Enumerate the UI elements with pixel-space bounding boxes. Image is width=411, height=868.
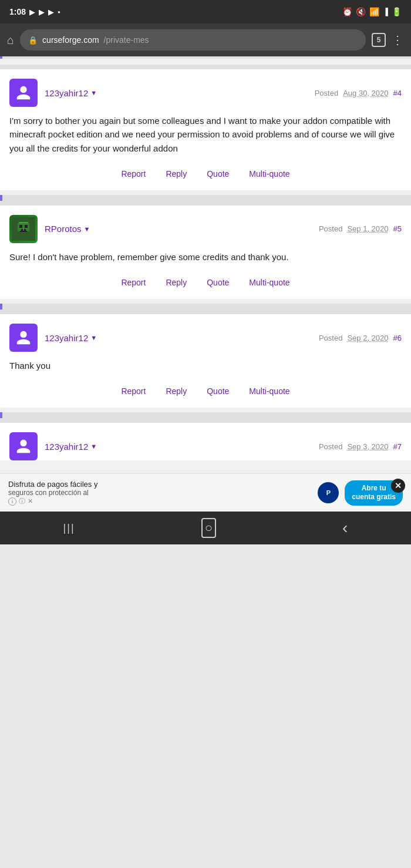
report-button-5[interactable]: Report xyxy=(120,275,147,290)
tab-count-badge[interactable]: 5 xyxy=(372,33,386,47)
spacer-3 xyxy=(0,418,411,423)
section-sep-3 xyxy=(0,412,411,418)
post-num-5: #5 xyxy=(393,224,402,233)
svg-rect-4 xyxy=(25,225,28,228)
youtube-icon-3: ▶ xyxy=(48,8,54,16)
browser-menu-icon[interactable]: ⋮ xyxy=(392,33,404,47)
multiquote-button-4[interactable]: Multi-quote xyxy=(248,167,291,181)
post-body-4: I'm sorry to bother you again but some c… xyxy=(9,114,402,155)
ad-cta-line2: cuenta gratis xyxy=(352,493,396,502)
report-button-6[interactable]: Report xyxy=(120,384,147,398)
post-card-6: 123yahir12 ▼ Posted Sep 2, 2020 #6 Thank… xyxy=(0,314,411,408)
lock-icon: 🔒 xyxy=(28,36,38,45)
username-5[interactable]: RPorotos ▼ xyxy=(45,224,90,234)
nav-bar: ||| ○ ‹ xyxy=(0,512,411,544)
ad-title: Disfruta de pagos fáciles y xyxy=(8,480,312,489)
username-6[interactable]: 123yahir12 ▼ xyxy=(45,333,97,343)
post-num-6: #6 xyxy=(393,334,402,342)
post-num-4: #4 xyxy=(393,89,402,97)
post-meta-7: Posted Sep 3, 2020 #7 xyxy=(319,442,402,451)
reply-button-4[interactable]: Reply xyxy=(164,167,188,181)
spacer-2 xyxy=(0,309,411,314)
posted-label-6: Posted xyxy=(319,334,342,342)
post-header-left-5: RPorotos ▼ xyxy=(9,215,90,243)
post-header-left-7: 123yahir12 ▼ xyxy=(9,432,97,460)
posted-label-7: Posted xyxy=(319,442,342,451)
quote-button-6[interactable]: Quote xyxy=(206,384,230,398)
svg-rect-3 xyxy=(19,225,22,228)
alarm-icon: ⏰ xyxy=(342,7,352,16)
post-header-left-6: 123yahir12 ▼ xyxy=(9,324,97,352)
dot-indicator: ● xyxy=(58,9,60,15)
post-date-4: Aug 30, 2020 xyxy=(343,89,388,97)
battery-icon: 🔋 xyxy=(392,7,402,16)
reply-button-5[interactable]: Reply xyxy=(164,275,188,290)
post-header-7: 123yahir12 ▼ Posted Sep 3, 2020 #7 xyxy=(9,432,402,460)
username-4[interactable]: 123yahir12 ▼ xyxy=(45,88,97,98)
post-header-5: RPorotos ▼ Posted Sep 1, 2020 #5 xyxy=(9,215,402,243)
ad-info: i ⓘ ✕ xyxy=(8,497,312,506)
dropdown-arrow-4: ▼ xyxy=(90,89,97,96)
multiquote-button-6[interactable]: Multi-quote xyxy=(248,384,291,398)
report-button-4[interactable]: Report xyxy=(120,167,147,181)
avatar-4 xyxy=(9,79,38,107)
mute-icon: 🔇 xyxy=(356,7,366,16)
post-actions-5: Report Reply Quote Multi-quote xyxy=(9,275,402,290)
posted-label-4: Posted xyxy=(315,89,338,97)
post-meta-5: Posted Sep 1, 2020 #5 xyxy=(319,224,402,233)
ad-text-block: Disfruta de pagos fáciles y seguros con … xyxy=(8,480,312,506)
user-icon-7 xyxy=(15,438,32,455)
quote-button-4[interactable]: Quote xyxy=(206,167,230,181)
youtube-icon-2: ▶ xyxy=(39,8,45,16)
post-actions-6: Report Reply Quote Multi-quote xyxy=(9,384,402,398)
url-path: /private-mes xyxy=(104,35,149,45)
ad-close-button[interactable]: ✕ xyxy=(391,479,405,493)
post-date-7: Sep 3, 2020 xyxy=(347,442,388,451)
status-time: 1:08 xyxy=(9,7,26,16)
nav-back-icon[interactable]: ‹ xyxy=(342,519,348,537)
status-right: ⏰ 🔇 📶 ▐ 🔋 xyxy=(342,7,402,16)
paypal-logo: P xyxy=(318,482,339,503)
status-bar: 1:08 ▶ ▶ ▶ ● ⏰ 🔇 📶 ▐ 🔋 xyxy=(0,0,411,23)
post-card-4: 123yahir12 ▼ Posted Aug 30, 2020 #4 I'm … xyxy=(0,69,411,190)
post-actions-4: Report Reply Quote Multi-quote xyxy=(9,167,402,181)
svg-rect-7 xyxy=(20,231,27,232)
home-icon[interactable]: ⌂ xyxy=(7,33,14,47)
browser-bar: ⌂ 🔒 curseforge.com /private-mes 5 ⋮ xyxy=(0,23,411,56)
dropdown-arrow-6: ▼ xyxy=(90,334,97,341)
url-domain: curseforge.com xyxy=(42,35,99,45)
post-card-5: RPorotos ▼ Posted Sep 1, 2020 #5 Sure! I… xyxy=(0,206,411,299)
post-body-6: Thank you xyxy=(9,359,402,372)
post-header-4: 123yahir12 ▼ Posted Aug 30, 2020 #4 xyxy=(9,79,402,107)
nav-menu-icon[interactable]: ||| xyxy=(63,522,75,534)
section-sep-2 xyxy=(0,304,411,309)
post-header-left-4: 123yahir12 ▼ xyxy=(9,79,97,107)
url-bar[interactable]: 🔒 curseforge.com /private-mes xyxy=(20,29,366,51)
ad-subtitle: seguros con protección al xyxy=(8,489,312,497)
post-date-6: Sep 2, 2020 xyxy=(347,334,388,342)
ad-info-text: ⓘ xyxy=(19,497,25,506)
post-date-5: Sep 1, 2020 xyxy=(347,224,388,233)
post-header-6: 123yahir12 ▼ Posted Sep 2, 2020 #6 xyxy=(9,324,402,352)
svg-rect-6 xyxy=(24,229,26,231)
spacer-1 xyxy=(0,201,411,206)
nav-home-icon[interactable]: ○ xyxy=(201,518,216,538)
ad-banner: Disfruta de pagos fáciles y seguros con … xyxy=(0,473,411,512)
post-meta-4: Posted Aug 30, 2020 #4 xyxy=(315,89,402,97)
signal-icon: ▐ xyxy=(383,8,388,16)
quote-button-5[interactable]: Quote xyxy=(206,275,230,290)
youtube-icon-1: ▶ xyxy=(29,8,35,16)
status-left: 1:08 ▶ ▶ ▶ ● xyxy=(9,7,60,16)
ad-info-icon: i xyxy=(8,497,16,506)
multiquote-button-5[interactable]: Multi-quote xyxy=(248,275,291,290)
reply-button-6[interactable]: Reply xyxy=(164,384,188,398)
content-area: 123yahir12 ▼ Posted Aug 30, 2020 #4 I'm … xyxy=(0,59,411,473)
top-spacer xyxy=(0,65,411,69)
user-icon-4 xyxy=(15,85,32,101)
wifi-icon: 📶 xyxy=(369,7,379,16)
post-num-7: #7 xyxy=(393,442,402,451)
avatar-6 xyxy=(9,324,38,352)
post-body-5: Sure! I don't have problem, remember giv… xyxy=(9,250,402,264)
avatar-7 xyxy=(9,432,38,460)
username-7[interactable]: 123yahir12 ▼ xyxy=(45,442,97,452)
